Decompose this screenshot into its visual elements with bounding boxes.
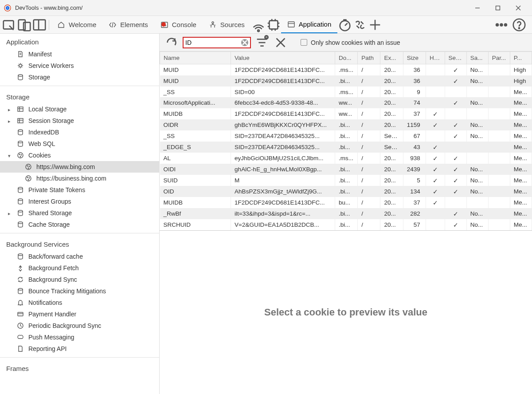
col-value[interactable]: Value bbox=[231, 52, 335, 64]
refresh-button[interactable] bbox=[164, 35, 179, 50]
col-name[interactable]: Name bbox=[160, 52, 231, 64]
sidebar-item-background-sync[interactable]: Background Sync bbox=[0, 274, 159, 285]
label: Session Storage bbox=[28, 117, 74, 124]
only-issues-label: Only show cookies with an issue bbox=[311, 39, 400, 46]
cell-size: 282 bbox=[403, 208, 426, 219]
table-row[interactable]: OIDAhBsPZSX3mGjjz_tAWldfZj9G....bi.../20… bbox=[160, 186, 532, 197]
error-badge-icon bbox=[161, 22, 166, 27]
cell-secure: ✓ bbox=[445, 175, 466, 186]
table-row[interactable]: MUIDB1F2DCDF249CD681E1413DFC...bu.../20.… bbox=[160, 197, 532, 208]
cell-domain: .ms... bbox=[335, 64, 357, 76]
cell-size: 938 bbox=[403, 153, 426, 164]
sidebar-item-service-workers[interactable]: Service Workers bbox=[0, 60, 159, 71]
detached-elements-icon[interactable] bbox=[352, 17, 368, 32]
tab-welcome[interactable]: Welcome bbox=[51, 16, 102, 33]
more-options-button[interactable] bbox=[494, 17, 509, 32]
cell-expires: 20... bbox=[380, 75, 403, 87]
clear-filter-button[interactable] bbox=[241, 39, 248, 46]
tab-sources[interactable]: Sources bbox=[203, 16, 251, 33]
cell-expires: Ses... bbox=[380, 142, 403, 153]
tab-application[interactable]: Application bbox=[281, 16, 337, 33]
table-row[interactable]: _RwBfilt=33&ihpd=3&ispd=1&rc=....bi.../2… bbox=[160, 208, 532, 219]
tab-elements[interactable]: Elements bbox=[102, 16, 154, 33]
sidebar-item-shared-storage[interactable]: Shared Storage bbox=[0, 207, 159, 219]
cell-partition bbox=[488, 75, 510, 87]
add-tab-button[interactable] bbox=[368, 17, 383, 32]
cell-name: MicrosoftApplicati... bbox=[160, 97, 231, 108]
sidebar-item-private-state-tokens[interactable]: Private State Tokens bbox=[0, 184, 159, 196]
filter-input[interactable] bbox=[185, 39, 241, 46]
col-samesite[interactable]: Sa... bbox=[466, 52, 488, 64]
sidebar-item-websql[interactable]: Web SQL bbox=[0, 138, 159, 150]
clear-all-button[interactable]: × bbox=[254, 35, 270, 50]
device-toggle-button[interactable] bbox=[17, 17, 32, 32]
memory-icon[interactable] bbox=[266, 17, 281, 32]
table-row[interactable]: MUID1F2DCDF249CD681E1413DFC....bi.../20.… bbox=[160, 75, 532, 87]
sidebar-item-session-storage[interactable]: Session Storage bbox=[0, 115, 159, 126]
cell-partition bbox=[488, 153, 510, 164]
table-row[interactable]: _EDGE_SSID=237DEA472D846345325....bi.../… bbox=[160, 142, 532, 153]
cell-secure: ✓ bbox=[445, 119, 466, 130]
delete-cookie-button[interactable] bbox=[273, 35, 288, 50]
sidebar-item-periodic-sync[interactable]: Periodic Background Sync bbox=[0, 320, 159, 331]
network-conditions-icon[interactable] bbox=[251, 17, 266, 32]
table-row[interactable]: MicrosoftApplicati...6febcc34-edc8-4d53-… bbox=[160, 97, 532, 108]
cell-path: / bbox=[358, 164, 380, 175]
sidebar-item-cookie-origin[interactable]: https://business.bing.com bbox=[0, 173, 159, 184]
sidebar-item-notifications[interactable]: Notifications bbox=[0, 297, 159, 308]
help-button[interactable] bbox=[512, 17, 527, 32]
inspect-element-button[interactable] bbox=[2, 17, 17, 32]
cell-domain: .bi... bbox=[335, 186, 357, 197]
sidebar-item-push-messaging[interactable]: Push Messaging bbox=[0, 331, 159, 343]
col-priority[interactable]: P... bbox=[510, 52, 532, 64]
table-row[interactable]: OIDIghAlC-hE_g_hnHwLMoI0XBgp....bi.../20… bbox=[160, 164, 532, 175]
col-expires[interactable]: Ex... bbox=[380, 52, 403, 64]
sidebar-item-indexeddb[interactable]: IndexedDB bbox=[0, 126, 159, 138]
col-path[interactable]: Path bbox=[358, 52, 380, 64]
col-domain[interactable]: Do... bbox=[335, 52, 357, 64]
table-row[interactable]: _SSSID=237DEA472D846345325....bi.../Ses.… bbox=[160, 130, 532, 142]
table-row[interactable]: MUID1F2DCDF249CD681E1413DFC....ms.../20.… bbox=[160, 64, 532, 76]
tab-console[interactable]: Console bbox=[154, 16, 203, 33]
col-partition[interactable]: Par... bbox=[488, 52, 510, 64]
sidebar-item-payment-handler[interactable]: Payment Handler bbox=[0, 308, 159, 320]
cell-name: _EDGE_S bbox=[160, 142, 231, 153]
dock-button[interactable] bbox=[32, 17, 47, 32]
table-row[interactable]: OIDRghBcYmE6WBjKKXCr0QYHFPX....bi.../20.… bbox=[160, 119, 532, 130]
col-httponly[interactable]: Htt... bbox=[426, 52, 445, 64]
cookies-filter-bar: × Only show cookies with an issue bbox=[160, 34, 532, 51]
sidebar-item-cookies[interactable]: Cookies bbox=[0, 150, 159, 161]
cell-expires: 20... bbox=[380, 219, 403, 230]
svg-rect-63 bbox=[18, 312, 23, 316]
close-button[interactable] bbox=[508, 0, 528, 16]
sidebar-item-cookie-origin[interactable]: https://www.bing.com bbox=[0, 161, 159, 173]
sidebar-item-background-fetch[interactable]: Background Fetch bbox=[0, 262, 159, 274]
sidebar-item-cache-storage[interactable]: Cache Storage bbox=[0, 219, 159, 230]
label: Interest Groups bbox=[28, 198, 71, 205]
sidebar-item-interest-groups[interactable]: Interest Groups bbox=[0, 196, 159, 207]
svg-point-58 bbox=[18, 199, 23, 201]
sidebar-item-storage[interactable]: Storage bbox=[0, 71, 159, 83]
col-secure[interactable]: Sec... bbox=[445, 52, 466, 64]
cell-httponly: ✓ bbox=[426, 153, 445, 164]
sidebar-item-bounce-tracking[interactable]: Bounce Tracking Mitigations bbox=[0, 285, 159, 297]
sidebar-item-local-storage[interactable]: Local Storage bbox=[0, 103, 159, 115]
performance-icon[interactable] bbox=[337, 17, 352, 32]
table-row[interactable]: SRCHUIDV=2&GUID=EA1A5D1B2DCB....bi.../20… bbox=[160, 219, 532, 230]
cookies-table: Name Value Do... Path Ex... Size Htt... … bbox=[160, 51, 532, 230]
only-issues-checkbox[interactable] bbox=[301, 39, 307, 46]
preview-text: Select a cookie to preview its value bbox=[264, 307, 427, 318]
col-size[interactable]: Size bbox=[403, 52, 426, 64]
table-row[interactable]: SUIDM.bi.../20...5✓✓No...Me... bbox=[160, 175, 532, 186]
sidebar-item-back-forward-cache[interactable]: Back/forward cache bbox=[0, 251, 159, 262]
cell-domain: .bi... bbox=[335, 175, 357, 186]
cell-secure bbox=[445, 142, 466, 153]
table-row[interactable]: ALeyJhbGciOiJBMjU2S1ciLCJlbm....ms.../20… bbox=[160, 153, 532, 164]
cell-path: / bbox=[358, 219, 380, 230]
table-row[interactable]: _SSSID=00.ms.../20...9Me... bbox=[160, 87, 532, 97]
maximize-button[interactable] bbox=[488, 0, 508, 16]
sidebar-item-manifest[interactable]: Manifest bbox=[0, 48, 159, 60]
table-row[interactable]: MUIDB1F2DCDF249CD681E1413DFC...ww.../20.… bbox=[160, 108, 532, 119]
minimize-button[interactable] bbox=[467, 0, 488, 16]
sidebar-item-reporting-api[interactable]: Reporting API bbox=[0, 343, 159, 355]
